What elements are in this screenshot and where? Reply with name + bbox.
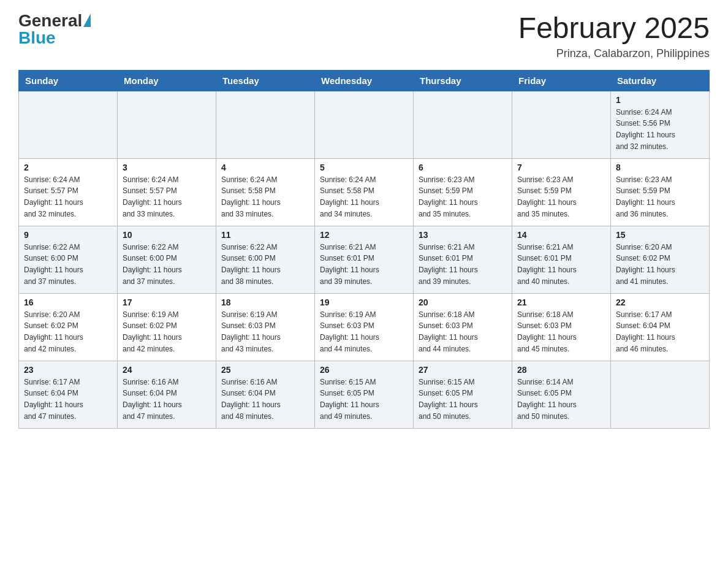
table-row: 9Sunrise: 6:22 AM Sunset: 6:00 PM Daylig…	[19, 226, 118, 293]
table-row: 27Sunrise: 6:15 AM Sunset: 6:05 PM Dayli…	[414, 361, 512, 428]
table-row: 21Sunrise: 6:18 AM Sunset: 6:03 PM Dayli…	[512, 293, 611, 361]
day-info: Sunrise: 6:21 AM Sunset: 6:01 PM Dayligh…	[419, 242, 507, 287]
table-row: 28Sunrise: 6:14 AM Sunset: 6:05 PM Dayli…	[512, 361, 611, 428]
day-info: Sunrise: 6:24 AM Sunset: 5:57 PM Dayligh…	[123, 174, 211, 220]
day-info: Sunrise: 6:24 AM Sunset: 5:56 PM Dayligh…	[616, 107, 704, 152]
col-wednesday: Wednesday	[315, 70, 414, 91]
table-row: 13Sunrise: 6:21 AM Sunset: 6:01 PM Dayli…	[414, 226, 512, 293]
day-info: Sunrise: 6:16 AM Sunset: 6:04 PM Dayligh…	[221, 377, 309, 422]
col-sunday: Sunday	[19, 70, 118, 91]
day-number: 22	[616, 297, 704, 307]
day-info: Sunrise: 6:19 AM Sunset: 6:03 PM Dayligh…	[320, 309, 408, 354]
table-row	[19, 91, 118, 158]
day-number: 24	[123, 365, 211, 375]
day-info: Sunrise: 6:22 AM Sunset: 6:00 PM Dayligh…	[221, 242, 309, 287]
day-number: 23	[24, 365, 112, 375]
location-subtitle: Prinza, Calabarzon, Philippines	[518, 47, 710, 60]
day-info: Sunrise: 6:22 AM Sunset: 6:00 PM Dayligh…	[123, 242, 211, 287]
day-info: Sunrise: 6:20 AM Sunset: 6:02 PM Dayligh…	[24, 309, 112, 354]
table-row: 19Sunrise: 6:19 AM Sunset: 6:03 PM Dayli…	[315, 293, 414, 361]
day-info: Sunrise: 6:20 AM Sunset: 6:02 PM Dayligh…	[616, 242, 704, 287]
day-number: 7	[517, 163, 605, 172]
day-number: 1	[616, 95, 704, 105]
table-row	[414, 91, 512, 158]
day-number: 14	[517, 230, 605, 240]
day-info: Sunrise: 6:24 AM Sunset: 5:58 PM Dayligh…	[320, 174, 408, 220]
calendar-week-row: 9Sunrise: 6:22 AM Sunset: 6:00 PM Daylig…	[19, 226, 710, 293]
day-number: 18	[221, 297, 309, 307]
table-row: 3Sunrise: 6:24 AM Sunset: 5:57 PM Daylig…	[118, 158, 216, 226]
logo-text: General Blue	[18, 12, 91, 47]
day-info: Sunrise: 6:14 AM Sunset: 6:05 PM Dayligh…	[517, 377, 605, 422]
table-row: 15Sunrise: 6:20 AM Sunset: 6:02 PM Dayli…	[611, 226, 710, 293]
table-row	[611, 361, 710, 428]
table-row: 5Sunrise: 6:24 AM Sunset: 5:58 PM Daylig…	[315, 158, 414, 226]
day-info: Sunrise: 6:15 AM Sunset: 6:05 PM Dayligh…	[419, 377, 507, 422]
calendar-week-row: 1Sunrise: 6:24 AM Sunset: 5:56 PM Daylig…	[19, 91, 710, 158]
day-info: Sunrise: 6:16 AM Sunset: 6:04 PM Dayligh…	[123, 377, 211, 422]
calendar-header-row: Sunday Monday Tuesday Wednesday Thursday…	[19, 70, 710, 91]
month-title: February 2025	[518, 12, 710, 45]
day-number: 16	[24, 297, 112, 307]
day-info: Sunrise: 6:23 AM Sunset: 5:59 PM Dayligh…	[616, 174, 704, 220]
col-saturday: Saturday	[611, 70, 710, 91]
day-number: 25	[221, 365, 309, 375]
table-row: 17Sunrise: 6:19 AM Sunset: 6:02 PM Dayli…	[118, 293, 216, 361]
table-row: 6Sunrise: 6:23 AM Sunset: 5:59 PM Daylig…	[414, 158, 512, 226]
day-number: 9	[24, 230, 112, 240]
table-row: 18Sunrise: 6:19 AM Sunset: 6:03 PM Dayli…	[216, 293, 315, 361]
table-row: 20Sunrise: 6:18 AM Sunset: 6:03 PM Dayli…	[414, 293, 512, 361]
day-number: 20	[419, 297, 507, 307]
table-row	[315, 91, 414, 158]
table-row: 4Sunrise: 6:24 AM Sunset: 5:58 PM Daylig…	[216, 158, 315, 226]
table-row: 25Sunrise: 6:16 AM Sunset: 6:04 PM Dayli…	[216, 361, 315, 428]
col-monday: Monday	[118, 70, 216, 91]
day-number: 8	[616, 163, 704, 172]
day-info: Sunrise: 6:17 AM Sunset: 6:04 PM Dayligh…	[24, 377, 112, 422]
day-info: Sunrise: 6:18 AM Sunset: 6:03 PM Dayligh…	[517, 309, 605, 354]
day-info: Sunrise: 6:23 AM Sunset: 5:59 PM Dayligh…	[419, 174, 507, 220]
day-info: Sunrise: 6:22 AM Sunset: 6:00 PM Dayligh…	[24, 242, 112, 287]
day-info: Sunrise: 6:17 AM Sunset: 6:04 PM Dayligh…	[616, 309, 704, 354]
day-number: 4	[221, 163, 309, 172]
table-row: 24Sunrise: 6:16 AM Sunset: 6:04 PM Dayli…	[118, 361, 216, 428]
day-info: Sunrise: 6:23 AM Sunset: 5:59 PM Dayligh…	[517, 174, 605, 220]
logo-general: General	[18, 12, 82, 29]
day-number: 6	[419, 163, 507, 172]
table-row: 12Sunrise: 6:21 AM Sunset: 6:01 PM Dayli…	[315, 226, 414, 293]
col-friday: Friday	[512, 70, 611, 91]
day-number: 2	[24, 163, 112, 172]
table-row: 16Sunrise: 6:20 AM Sunset: 6:02 PM Dayli…	[19, 293, 118, 361]
day-info: Sunrise: 6:21 AM Sunset: 6:01 PM Dayligh…	[517, 242, 605, 287]
day-info: Sunrise: 6:24 AM Sunset: 5:57 PM Dayligh…	[24, 174, 112, 220]
day-info: Sunrise: 6:19 AM Sunset: 6:03 PM Dayligh…	[221, 309, 309, 354]
table-row: 23Sunrise: 6:17 AM Sunset: 6:04 PM Dayli…	[19, 361, 118, 428]
table-row	[118, 91, 216, 158]
table-row	[512, 91, 611, 158]
day-number: 11	[221, 230, 309, 240]
logo-blue: Blue	[18, 29, 91, 47]
table-row: 14Sunrise: 6:21 AM Sunset: 6:01 PM Dayli…	[512, 226, 611, 293]
day-info: Sunrise: 6:15 AM Sunset: 6:05 PM Dayligh…	[320, 377, 408, 422]
logo-triangle-icon	[83, 13, 91, 27]
day-number: 21	[517, 297, 605, 307]
table-row: 8Sunrise: 6:23 AM Sunset: 5:59 PM Daylig…	[611, 158, 710, 226]
calendar-week-row: 2Sunrise: 6:24 AM Sunset: 5:57 PM Daylig…	[19, 158, 710, 226]
day-number: 10	[123, 230, 211, 240]
table-row: 22Sunrise: 6:17 AM Sunset: 6:04 PM Dayli…	[611, 293, 710, 361]
day-number: 28	[517, 365, 605, 375]
col-tuesday: Tuesday	[216, 70, 315, 91]
table-row: 26Sunrise: 6:15 AM Sunset: 6:05 PM Dayli…	[315, 361, 414, 428]
day-info: Sunrise: 6:18 AM Sunset: 6:03 PM Dayligh…	[419, 309, 507, 354]
col-thursday: Thursday	[414, 70, 512, 91]
logo: General Blue	[18, 12, 91, 47]
table-row	[216, 91, 315, 158]
calendar-week-row: 16Sunrise: 6:20 AM Sunset: 6:02 PM Dayli…	[19, 293, 710, 361]
day-number: 17	[123, 297, 211, 307]
day-number: 3	[123, 163, 211, 172]
day-info: Sunrise: 6:19 AM Sunset: 6:02 PM Dayligh…	[123, 309, 211, 354]
day-number: 12	[320, 230, 408, 240]
day-info: Sunrise: 6:24 AM Sunset: 5:58 PM Dayligh…	[221, 174, 309, 220]
table-row: 10Sunrise: 6:22 AM Sunset: 6:00 PM Dayli…	[118, 226, 216, 293]
calendar-table: Sunday Monday Tuesday Wednesday Thursday…	[18, 70, 710, 429]
